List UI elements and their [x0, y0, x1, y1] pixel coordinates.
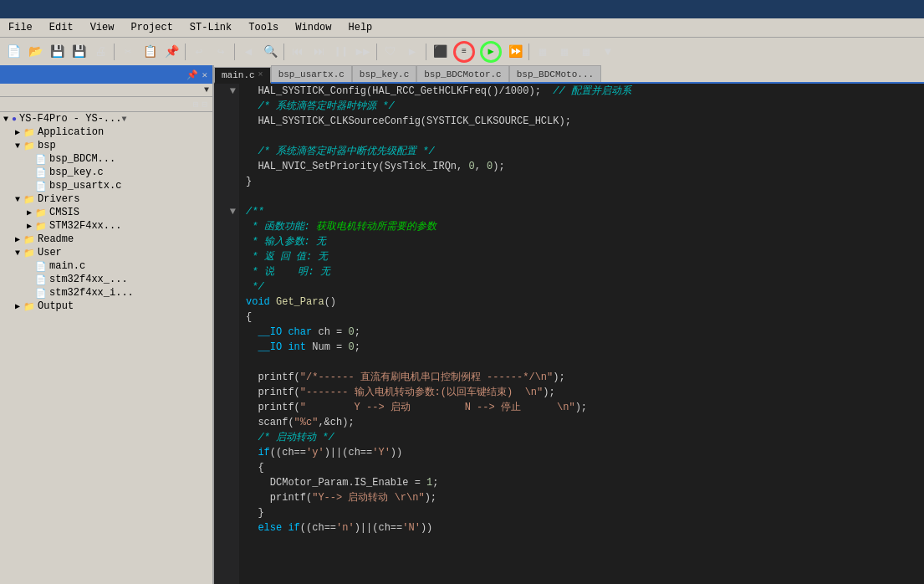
tree-item-app[interactable]: ▶📁Application — [0, 126, 212, 139]
tree-item-bsp_bdcm[interactable]: 📄bsp_BDCM... — [0, 152, 212, 166]
back-btn[interactable]: ◀ — [238, 42, 258, 62]
code-line-15: { — [246, 310, 917, 325]
tree-item-user[interactable]: ▼📁User — [0, 246, 212, 259]
close-workspace-icon[interactable]: ✕ — [202, 69, 207, 80]
nav3-btn[interactable]: ❙❙ — [331, 42, 351, 62]
tree-item-cmsis[interactable]: ▶📁CMSIS — [0, 206, 212, 219]
toolbar: 📄 📂 💾 💾 🖨 ✂ 📋 📌 ↩ ↪ ◀ 🔍 ⏮ ⏭ ❙❙ ▶▶ 🛡 ▶ ⬛ … — [0, 37, 924, 65]
gutter-line-9 — [217, 219, 236, 234]
tree-item-stm32f4xx_i2[interactable]: 📄stm32f4xx_i... — [0, 286, 212, 300]
cut-btn[interactable]: ✂ — [118, 42, 138, 62]
gutter-line-19 — [217, 370, 236, 385]
expand-icon-output: ▶ — [12, 301, 23, 311]
search-btn[interactable]: 🔍 — [260, 42, 280, 62]
tree-item-stm32f4xx_it[interactable]: 📄stm32f4xx_... — [0, 273, 212, 286]
gutter-line-22 — [217, 415, 236, 430]
gutter-line-4 — [217, 144, 236, 159]
menu-item-help[interactable]: Help — [344, 20, 378, 35]
tree-item-main_c[interactable]: 📄main.c — [0, 259, 212, 273]
tab-1[interactable]: bsp_usartx.c — [271, 65, 352, 82]
menu-item-project[interactable]: Project — [125, 20, 177, 35]
step-over-btn[interactable]: ⏩ — [505, 42, 525, 62]
project-selector[interactable]: ▼ — [0, 84, 212, 97]
tree-item-bsp_key[interactable]: 📄bsp_key.c — [0, 166, 212, 179]
folder-icon-stm32f4xx: 📁 — [35, 221, 47, 232]
view3-btn[interactable]: ▦ — [576, 42, 596, 62]
code-line-10: * 输入参数: 无 — [246, 234, 917, 249]
files-icon1[interactable]: ⊞ — [193, 99, 199, 110]
tab-close-0[interactable]: × — [258, 70, 263, 79]
tab-2[interactable]: bsp_key.c — [352, 65, 416, 82]
tab-3[interactable]: bsp_BDCMotor.c — [416, 65, 508, 82]
sep6 — [426, 44, 426, 60]
tree-label-user: User — [38, 247, 62, 259]
code-line-0: HAL_SYSTICK_Config(HAL_RCC_GetHCLKFreq()… — [246, 84, 917, 99]
run-button[interactable]: ▶ — [480, 41, 502, 63]
folder-icon-output: 📁 — [23, 301, 35, 312]
gutter-line-3 — [217, 129, 236, 144]
paste-btn[interactable]: 📌 — [161, 42, 181, 62]
gutter-line-13 — [217, 279, 236, 295]
tree-item-root[interactable]: ▼●YS-F4Pro - YS-... ▼ — [0, 112, 212, 126]
chip-btn[interactable]: ⬛ — [430, 42, 450, 62]
shield-btn[interactable]: 🛡 — [380, 42, 401, 62]
code-line-29: else if((ch=='n')||(ch=='N')) — [246, 520, 917, 535]
project-dropdown-icon[interactable]: ▼ — [204, 85, 209, 95]
code-line-5: HAL_NVIC_SetPriority(SysTick_IRQn, 0, 0)… — [246, 159, 917, 174]
code-line-27: printf("Y--> 启动转动 \r\n"); — [246, 490, 917, 505]
view4-btn[interactable]: ▼ — [598, 42, 618, 62]
tree-label-bsp_key: bsp_key.c — [49, 166, 104, 178]
code-line-2: HAL_SYSTICK_CLKSourceConfig(SYSTICK_CLKS… — [246, 114, 917, 129]
collapse-arrow-8[interactable]: ▼ — [230, 206, 236, 218]
collapse-arrow-0[interactable]: ▼ — [230, 85, 236, 97]
tab-4[interactable]: bsp_BDCMoto... — [509, 65, 601, 82]
code-line-16: __IO char ch = 0; — [246, 325, 917, 340]
editor-content[interactable]: ▼▼ HAL_SYSTICK_Config(HAL_RCC_GetHCLKFre… — [214, 84, 924, 584]
gutter-line-23 — [217, 430, 236, 445]
code-line-1: /* 系统滴答定时器时钟源 */ — [246, 99, 917, 114]
menu-item-window[interactable]: Window — [290, 20, 336, 35]
menu-item-file[interactable]: File — [3, 20, 38, 35]
pin-icon[interactable]: 📌 — [186, 69, 198, 80]
expand-icon-stm32f4xx: ▶ — [23, 221, 35, 231]
sep2 — [185, 44, 186, 60]
save-btn[interactable]: 💾 — [47, 42, 67, 62]
view1-btn[interactable]: ▦ — [533, 42, 553, 62]
file-icon-bsp_key: 📄 — [35, 167, 47, 178]
tree-item-readme[interactable]: ▶📁Readme — [0, 233, 212, 246]
menu-item-edit[interactable]: Edit — [44, 20, 79, 35]
main-layout: 📌 ✕ ▼ ⊞ ⊟ ▼●YS-F4Pro - YS-... ▼▶📁Applica… — [0, 65, 924, 584]
copy-btn[interactable]: 📋 — [140, 42, 160, 62]
tree-item-drivers[interactable]: ▼📁Drivers — [0, 192, 212, 206]
undo-btn[interactable]: ↩ — [189, 42, 209, 62]
nav1-btn[interactable]: ⏮ — [288, 42, 308, 62]
folder-icon-readme: 📁 — [23, 234, 35, 245]
tree-item-output[interactable]: ▶📁Output — [0, 300, 212, 313]
print-btn[interactable]: 🖨 — [90, 42, 110, 62]
new-btn[interactable]: 📄 — [3, 42, 23, 62]
gutter-line-21 — [217, 400, 236, 415]
tree-item-stm32f4xx[interactable]: ▶📁STM32F4xx... — [0, 219, 212, 233]
save-all-btn[interactable]: 💾 — [69, 42, 89, 62]
menu-item-view[interactable]: View — [85, 20, 120, 35]
nav2-btn[interactable]: ⏭ — [309, 42, 329, 62]
arrow-btn[interactable]: ▶ — [402, 42, 422, 62]
open-btn[interactable]: 📂 — [25, 42, 45, 62]
redo-btn[interactable]: ↪ — [211, 42, 231, 62]
flash-button[interactable]: ≡ — [453, 41, 475, 63]
file-icon-stm32f4xx_it: 📄 — [35, 274, 47, 285]
tab-0[interactable]: main.c× — [214, 67, 271, 84]
code-line-13: */ — [246, 279, 917, 295]
tree-item-bsp_usartx[interactable]: 📄bsp_usartx.c — [0, 179, 212, 192]
nav4-btn[interactable]: ▶▶ — [353, 42, 373, 62]
menu-item-tools[interactable]: Tools — [243, 20, 283, 35]
files-icon2[interactable]: ⊟ — [202, 99, 207, 110]
code-line-12: * 说 明: 无 — [246, 264, 917, 279]
file-icon-main_c: 📄 — [35, 261, 47, 272]
code-lines[interactable]: HAL_SYSTICK_Config(HAL_RCC_GetHCLKFreq()… — [239, 84, 924, 584]
tree-item-bsp[interactable]: ▼📁bsp — [0, 139, 212, 152]
expand-icon-drivers: ▼ — [12, 195, 23, 204]
menu-item-st-link[interactable]: ST-Link — [185, 20, 237, 35]
file-icon-bsp_usartx: 📄 — [35, 181, 47, 192]
view2-btn[interactable]: ▦ — [554, 42, 574, 62]
